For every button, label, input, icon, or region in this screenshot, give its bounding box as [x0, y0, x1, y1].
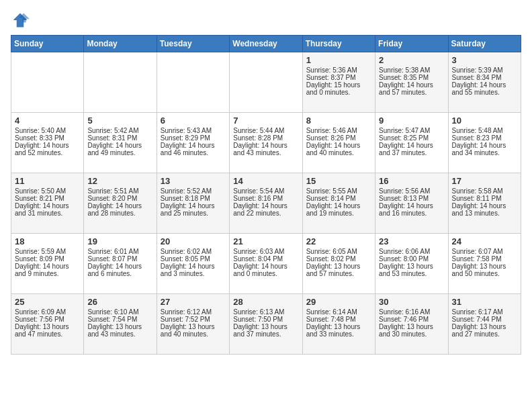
day-cell: 19Sunrise: 6:01 AMSunset: 8:07 PMDayligh… — [84, 234, 157, 294]
day-number: 1 — [306, 55, 371, 65]
day-cell: 14Sunrise: 5:54 AMSunset: 8:16 PMDayligh… — [230, 173, 302, 234]
day-cell: 24Sunrise: 6:07 AMSunset: 7:58 PMDayligh… — [448, 234, 521, 294]
sunrise-text: Sunrise: 5:43 AM — [161, 127, 226, 134]
sunrise-text: Sunrise: 6:02 AM — [161, 248, 226, 255]
daylight-text: Daylight: 14 hours and 28 minutes. — [87, 202, 152, 217]
sunset-text: Sunset: 8:05 PM — [161, 255, 226, 263]
sunset-text: Sunset: 7:44 PM — [452, 316, 517, 323]
day-number: 17 — [452, 176, 517, 186]
day-number: 23 — [379, 236, 444, 246]
day-cell: 7Sunrise: 5:44 AMSunset: 8:28 PMDaylight… — [230, 113, 302, 173]
daylight-text: Daylight: 13 hours and 50 minutes. — [452, 263, 517, 277]
day-cell — [230, 52, 302, 113]
day-header-sunday: Sunday — [11, 36, 84, 52]
sunset-text: Sunset: 8:29 PM — [161, 134, 226, 142]
day-number: 24 — [452, 236, 517, 246]
sunrise-text: Sunrise: 6:13 AM — [233, 308, 298, 316]
day-number: 10 — [452, 116, 517, 126]
daylight-text: Daylight: 13 hours and 43 minutes. — [87, 323, 152, 338]
sunrise-text: Sunrise: 6:16 AM — [379, 308, 444, 316]
day-cell — [157, 52, 229, 113]
day-number: 19 — [87, 236, 152, 246]
daylight-text: Daylight: 13 hours and 40 minutes. — [161, 323, 226, 338]
sunset-text: Sunset: 7:56 PM — [15, 316, 80, 323]
day-number: 25 — [15, 297, 80, 307]
daylight-text: Daylight: 14 hours and 37 minutes. — [379, 142, 444, 156]
day-cell: 26Sunrise: 6:10 AMSunset: 7:54 PMDayligh… — [84, 294, 157, 355]
day-cell: 4Sunrise: 5:40 AMSunset: 8:33 PMDaylight… — [11, 113, 84, 173]
day-number: 20 — [161, 236, 226, 246]
sunrise-text: Sunrise: 5:58 AM — [452, 187, 517, 195]
sunset-text: Sunset: 8:18 PM — [161, 195, 226, 202]
calendar-table: SundayMondayTuesdayWednesdayThursdayFrid… — [11, 35, 521, 355]
day-header-friday: Friday — [375, 36, 448, 52]
sunrise-text: Sunrise: 5:46 AM — [306, 127, 371, 134]
logo — [11, 11, 32, 30]
day-number: 29 — [306, 297, 371, 307]
daylight-text: Daylight: 14 hours and 25 minutes. — [161, 202, 226, 217]
day-number: 31 — [452, 297, 517, 307]
sunrise-text: Sunrise: 6:05 AM — [306, 248, 371, 255]
sunset-text: Sunset: 8:28 PM — [233, 134, 298, 142]
day-cell: 9Sunrise: 5:47 AMSunset: 8:25 PMDaylight… — [375, 113, 448, 173]
day-number: 7 — [233, 116, 298, 126]
sunset-text: Sunset: 8:20 PM — [87, 195, 152, 202]
daylight-text: Daylight: 13 hours and 37 minutes. — [233, 323, 298, 338]
sunset-text: Sunset: 7:48 PM — [306, 316, 371, 323]
sunset-text: Sunset: 7:54 PM — [87, 316, 152, 323]
header-row: SundayMondayTuesdayWednesdayThursdayFrid… — [11, 36, 521, 52]
logo-icon — [11, 11, 30, 30]
day-cell: 13Sunrise: 5:52 AMSunset: 8:18 PMDayligh… — [157, 173, 229, 234]
sunrise-text: Sunrise: 6:09 AM — [15, 308, 80, 316]
week-row-4: 18Sunrise: 5:59 AMSunset: 8:09 PMDayligh… — [11, 234, 521, 294]
sunrise-text: Sunrise: 5:55 AM — [306, 187, 371, 195]
day-cell: 5Sunrise: 5:42 AMSunset: 8:31 PMDaylight… — [84, 113, 157, 173]
day-cell: 17Sunrise: 5:58 AMSunset: 8:11 PMDayligh… — [448, 173, 521, 234]
daylight-text: Daylight: 14 hours and 57 minutes. — [379, 81, 444, 96]
sunset-text: Sunset: 8:23 PM — [452, 134, 517, 142]
day-header-thursday: Thursday — [302, 36, 375, 52]
daylight-text: Daylight: 14 hours and 3 minutes. — [161, 263, 226, 277]
sunset-text: Sunset: 7:46 PM — [379, 316, 444, 323]
sunrise-text: Sunrise: 6:03 AM — [233, 248, 298, 255]
day-number: 9 — [379, 116, 444, 126]
day-cell — [84, 52, 157, 113]
day-cell: 30Sunrise: 6:16 AMSunset: 7:46 PMDayligh… — [375, 294, 448, 355]
daylight-text: Daylight: 14 hours and 6 minutes. — [87, 263, 152, 277]
sunrise-text: Sunrise: 5:48 AM — [452, 127, 517, 134]
daylight-text: Daylight: 13 hours and 47 minutes. — [15, 323, 80, 338]
day-cell: 25Sunrise: 6:09 AMSunset: 7:56 PMDayligh… — [11, 294, 84, 355]
daylight-text: Daylight: 14 hours and 40 minutes. — [306, 142, 371, 156]
day-number: 26 — [87, 297, 152, 307]
daylight-text: Daylight: 13 hours and 57 minutes. — [306, 263, 371, 277]
sunrise-text: Sunrise: 5:44 AM — [233, 127, 298, 134]
sunrise-text: Sunrise: 5:42 AM — [87, 127, 152, 134]
sunset-text: Sunset: 8:07 PM — [87, 255, 152, 263]
page-header — [11, 11, 521, 30]
day-number: 14 — [233, 176, 298, 186]
sunrise-text: Sunrise: 5:38 AM — [379, 66, 444, 74]
sunrise-text: Sunrise: 5:59 AM — [15, 248, 80, 255]
daylight-text: Daylight: 14 hours and 52 minutes. — [15, 142, 80, 156]
sunrise-text: Sunrise: 5:56 AM — [379, 187, 444, 195]
sunset-text: Sunset: 8:16 PM — [233, 195, 298, 202]
day-number: 11 — [15, 176, 80, 186]
day-cell: 28Sunrise: 6:13 AMSunset: 7:50 PMDayligh… — [230, 294, 302, 355]
day-cell: 6Sunrise: 5:43 AMSunset: 8:29 PMDaylight… — [157, 113, 229, 173]
sunrise-text: Sunrise: 6:07 AM — [452, 248, 517, 255]
daylight-text: Daylight: 14 hours and 55 minutes. — [452, 81, 517, 96]
week-row-2: 4Sunrise: 5:40 AMSunset: 8:33 PMDaylight… — [11, 113, 521, 173]
day-cell — [11, 52, 84, 113]
week-row-1: 1Sunrise: 5:36 AMSunset: 8:37 PMDaylight… — [11, 52, 521, 113]
sunrise-text: Sunrise: 5:54 AM — [233, 187, 298, 195]
sunrise-text: Sunrise: 6:12 AM — [161, 308, 226, 316]
day-cell: 23Sunrise: 6:06 AMSunset: 8:00 PMDayligh… — [375, 234, 448, 294]
daylight-text: Daylight: 14 hours and 31 minutes. — [15, 202, 80, 217]
day-cell: 2Sunrise: 5:38 AMSunset: 8:35 PMDaylight… — [375, 52, 448, 113]
day-number: 21 — [233, 236, 298, 246]
day-number: 30 — [379, 297, 444, 307]
day-cell: 8Sunrise: 5:46 AMSunset: 8:26 PMDaylight… — [302, 113, 375, 173]
sunset-text: Sunset: 8:13 PM — [379, 195, 444, 202]
day-cell: 20Sunrise: 6:02 AMSunset: 8:05 PMDayligh… — [157, 234, 229, 294]
day-number: 5 — [87, 116, 152, 126]
